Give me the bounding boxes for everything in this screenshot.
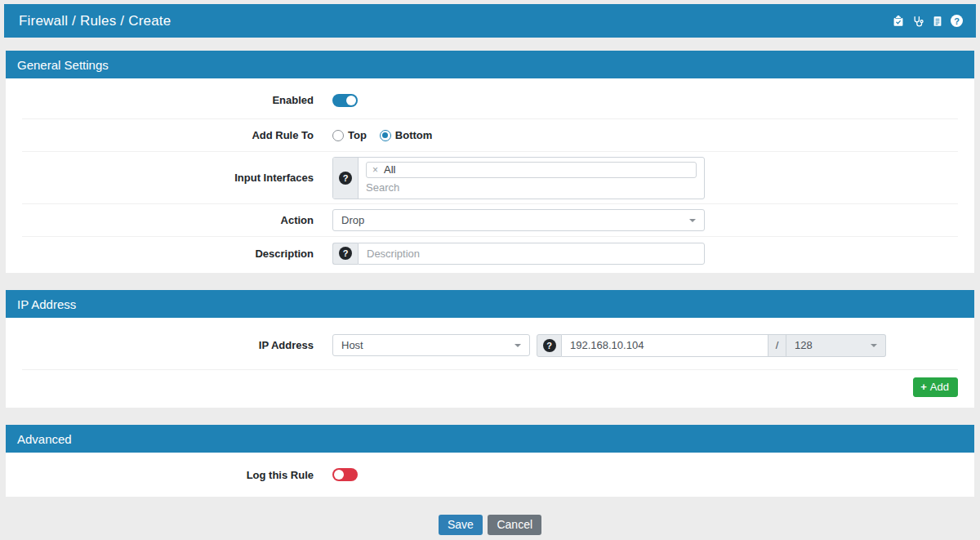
radio-bottom-label: Bottom [395, 129, 433, 141]
description-group: ? [332, 243, 705, 265]
save-button[interactable]: Save [439, 515, 483, 535]
radio-top-label: Top [348, 129, 367, 141]
action-select[interactable]: Drop [332, 209, 705, 231]
advanced-body: Log this Rule [6, 453, 974, 497]
help-icon[interactable]: ? [951, 15, 963, 27]
action-label: Action [22, 214, 332, 226]
panel-ip-address: IP Address IP Address Host ? / 128 [6, 290, 974, 408]
add-button[interactable]: + Add [913, 377, 958, 397]
header-icon-group: ? [892, 15, 963, 27]
selected-tag: × All [366, 162, 697, 178]
input-interfaces-help[interactable]: ? [333, 158, 359, 199]
toggle-knob [334, 470, 344, 480]
prefix-selected-value: 128 [795, 339, 813, 351]
radio-option-top[interactable]: Top [332, 129, 367, 141]
input-interfaces-label: Input Interfaces [22, 172, 332, 184]
ip-type-selected-value: Host [341, 339, 363, 351]
action-selected-value: Drop [341, 214, 364, 226]
log-rule-label: Log this Rule [22, 469, 332, 481]
description-input[interactable] [358, 243, 705, 265]
ip-address-input[interactable] [562, 334, 768, 357]
description-help[interactable]: ? [332, 243, 358, 265]
stethoscope-icon[interactable] [911, 15, 924, 27]
add-rule-to-row: Add Rule To Top Bottom [22, 119, 958, 152]
question-circle-icon: ? [339, 172, 352, 185]
panel-advanced: Advanced Log this Rule [6, 425, 974, 497]
page-title: Firewall / Rules / Create [19, 13, 171, 29]
advanced-title: Advanced [17, 432, 72, 446]
interfaces-search-input[interactable] [366, 181, 697, 194]
general-settings-title: General Settings [17, 58, 109, 72]
ip-type-select[interactable]: Host [332, 334, 530, 356]
ip-address-header: IP Address [6, 290, 974, 318]
question-circle-icon: ? [543, 339, 556, 352]
log-rule-row: Log this Rule [22, 456, 958, 493]
add-row: + Add [22, 370, 958, 404]
chevron-down-icon [689, 219, 696, 222]
ip-address-body: IP Address Host ? / 128 [6, 318, 974, 408]
input-interfaces-main[interactable]: × All [359, 158, 704, 199]
enabled-label: Enabled [22, 94, 332, 106]
plus-icon: + [920, 381, 927, 393]
enabled-toggle[interactable] [332, 94, 358, 107]
prefix-select[interactable]: 128 [786, 334, 886, 357]
file-lines-icon[interactable] [931, 15, 943, 27]
remove-tag-icon[interactable]: × [372, 165, 378, 175]
advanced-header: Advanced [6, 425, 974, 453]
radio-option-bottom[interactable]: Bottom [380, 129, 433, 141]
ip-input-group: ? / 128 [537, 334, 886, 357]
radio-bottom-icon[interactable] [380, 130, 391, 141]
prefix-separator: / [768, 334, 786, 357]
breadcrumb-header: Firewall / Rules / Create ? [4, 4, 976, 38]
tag-label: All [384, 163, 395, 176]
toggle-knob [346, 96, 356, 105]
description-label: Description [22, 248, 332, 260]
footer-actions: Save Cancel [0, 497, 980, 535]
ip-help[interactable]: ? [537, 334, 562, 357]
radio-top-icon[interactable] [332, 130, 344, 141]
chevron-down-icon [871, 344, 877, 347]
general-settings-header: General Settings [6, 51, 974, 78]
panel-general-settings: General Settings Enabled Add Rule To Top… [6, 51, 974, 273]
chevron-down-icon [514, 344, 521, 347]
enabled-row: Enabled [22, 82, 958, 119]
question-circle-icon: ? [339, 247, 352, 260]
clipboard-check-icon[interactable] [892, 15, 904, 27]
description-row: Description ? [22, 237, 958, 270]
ip-address-title: IP Address [17, 297, 76, 311]
ip-address-label: IP Address [22, 339, 332, 351]
ip-address-row: IP Address Host ? / 128 [22, 321, 958, 370]
input-interfaces-multiselect[interactable]: ? × All [332, 157, 705, 199]
add-button-label: Add [930, 381, 949, 393]
log-rule-toggle[interactable] [332, 468, 358, 481]
action-row: Action Drop [22, 204, 958, 237]
general-settings-body: Enabled Add Rule To Top Bottom Input Int… [6, 78, 974, 273]
input-interfaces-row: Input Interfaces ? × All [22, 152, 958, 204]
cancel-button[interactable]: Cancel [488, 515, 541, 535]
add-rule-to-label: Add Rule To [22, 129, 332, 141]
